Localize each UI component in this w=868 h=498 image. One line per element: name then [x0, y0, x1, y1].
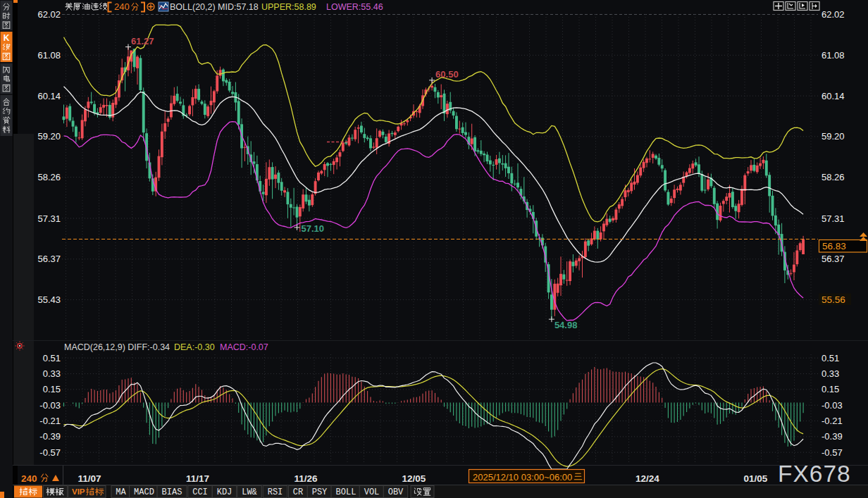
svg-text:-0.21: -0.21 [39, 416, 61, 426]
svg-text:60.14: 60.14 [822, 91, 845, 101]
svg-text:BOLL(20,2) MID:57.18: BOLL(20,2) MID:57.18 [170, 2, 259, 12]
svg-text:0.51: 0.51 [822, 353, 839, 363]
svg-text:0.33: 0.33 [822, 368, 839, 379]
svg-text:LW&: LW& [242, 487, 257, 497]
svg-text:0.15: 0.15 [43, 384, 61, 394]
svg-text:240: 240 [114, 1, 130, 12]
svg-text:VOL: VOL [364, 487, 380, 497]
svg-text:57.31: 57.31 [37, 213, 61, 224]
svg-text:-0.57: -0.57 [822, 447, 843, 458]
svg-text:BIAS: BIAS [162, 487, 182, 497]
svg-text:MACD: MACD [134, 487, 154, 497]
svg-text:MACD:-0.07: MACD:-0.07 [220, 342, 268, 352]
svg-text:56.37: 56.37 [822, 254, 845, 264]
svg-text:-0.03: -0.03 [39, 400, 61, 411]
svg-text:VIP: VIP [72, 487, 85, 496]
svg-text:58.26: 58.26 [822, 172, 845, 182]
svg-text:K: K [4, 33, 10, 43]
svg-text:58.26: 58.26 [37, 172, 61, 182]
svg-text:CCI: CCI [192, 487, 208, 497]
svg-text:57.10: 57.10 [302, 223, 325, 234]
svg-text:55.43: 55.43 [37, 294, 61, 305]
svg-text:62.02: 62.02 [37, 9, 61, 20]
svg-text:61.08: 61.08 [822, 50, 845, 61]
svg-text:240: 240 [21, 473, 37, 484]
svg-text:OBV: OBV [388, 487, 404, 497]
svg-text:-0.39: -0.39 [822, 431, 843, 442]
svg-text:2025/12/10 03:00~06:00: 2025/12/10 03:00~06:00 [473, 472, 572, 483]
svg-text:CR: CR [293, 487, 303, 497]
svg-text:56.83: 56.83 [822, 241, 846, 251]
svg-text:-0.57: -0.57 [39, 447, 61, 458]
svg-text:MACD(26,12,9) DIFF:-0.34: MACD(26,12,9) DIFF:-0.34 [64, 342, 170, 352]
svg-text:59.20: 59.20 [37, 131, 61, 142]
svg-text:12/24: 12/24 [636, 473, 659, 484]
svg-text:0.15: 0.15 [822, 384, 839, 394]
svg-text:DEA:-0.30: DEA:-0.30 [174, 342, 215, 352]
svg-text:01/05: 01/05 [744, 473, 768, 484]
svg-text:54.98: 54.98 [554, 320, 578, 330]
svg-text:59.20: 59.20 [822, 131, 845, 142]
svg-text:0.51: 0.51 [43, 353, 61, 363]
svg-text:62.02: 62.02 [822, 9, 845, 20]
svg-text:11/07: 11/07 [78, 473, 101, 484]
svg-text:-0.03: -0.03 [822, 400, 843, 411]
svg-text:RSI: RSI [268, 487, 283, 497]
svg-text:56.37: 56.37 [37, 254, 61, 264]
svg-text:0.33: 0.33 [43, 368, 61, 379]
svg-text:61.08: 61.08 [37, 50, 61, 61]
svg-text:KDJ: KDJ [217, 487, 232, 497]
svg-text:11/26: 11/26 [294, 473, 318, 484]
svg-text:55.56: 55.56 [822, 294, 845, 305]
svg-text:60.50: 60.50 [435, 69, 459, 80]
svg-text:-0.21: -0.21 [822, 416, 843, 426]
svg-text:PSY: PSY [312, 487, 328, 497]
svg-text:12/05: 12/05 [402, 473, 426, 484]
svg-text:MA: MA [116, 487, 126, 497]
svg-text:UPPER:58.89: UPPER:58.89 [261, 2, 316, 12]
svg-text:LOWER:55.46: LOWER:55.46 [326, 2, 383, 12]
svg-text:60.14: 60.14 [37, 91, 61, 101]
svg-text:BOLL: BOLL [336, 487, 356, 497]
svg-text:61.27: 61.27 [131, 36, 154, 46]
svg-text:FX678: FX678 [778, 461, 851, 487]
svg-text:11/17: 11/17 [186, 473, 209, 484]
svg-text:57.31: 57.31 [822, 213, 845, 224]
svg-text:-0.39: -0.39 [39, 431, 61, 442]
